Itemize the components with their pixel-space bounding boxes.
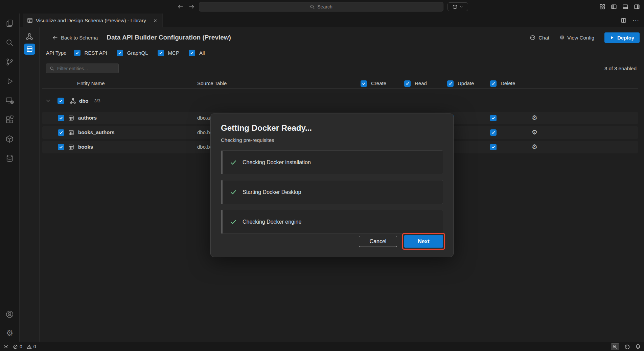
search-sidebar-icon[interactable] — [5, 38, 14, 47]
read-all-checkbox[interactable] — [404, 80, 411, 87]
all-checkbox[interactable] — [189, 50, 195, 56]
mcp-option[interactable]: MCP — [158, 50, 179, 56]
rest-api-checkbox[interactable] — [74, 50, 80, 56]
error-count: 0 — [20, 344, 22, 349]
delete-checkbox[interactable] — [490, 129, 497, 136]
column-source-table: Source Table — [197, 80, 227, 86]
search-placeholder: Search — [317, 4, 332, 9]
settings-gear-icon[interactable]: ⚙ — [6, 329, 14, 337]
filter-entities-input[interactable] — [46, 64, 119, 73]
toggle-panel-bottom-icon[interactable] — [622, 4, 628, 10]
title-bar: Search — [0, 0, 644, 14]
row-settings-gear-icon[interactable]: ⚙ — [532, 129, 537, 135]
schema-visualize-icon[interactable] — [26, 33, 33, 40]
create-all-checkbox[interactable] — [361, 80, 367, 87]
schema-tab-icon — [27, 18, 33, 23]
check-success-icon — [230, 189, 237, 196]
all-option[interactable]: All — [189, 50, 205, 56]
remote-indicator-icon[interactable] — [3, 344, 8, 349]
copilot-status-icon[interactable] — [624, 344, 630, 350]
row-settings-gear-icon[interactable]: ⚙ — [532, 115, 537, 121]
chevron-down-icon — [459, 5, 463, 9]
chevron-down-icon[interactable] — [45, 98, 51, 103]
deploy-button[interactable]: Deploy — [604, 32, 640, 43]
editor-actions: ··· — [621, 14, 639, 27]
dialog-title: Getting Docker Ready... — [221, 123, 443, 133]
graphql-checkbox[interactable] — [117, 50, 123, 56]
step-item: Checking Docker engine — [221, 210, 443, 234]
tab-schema-designer[interactable]: Visualize and Design Schema (Preview) - … — [23, 14, 163, 27]
table-designer-icon[interactable] — [24, 44, 35, 55]
row-select-checkbox[interactable] — [58, 144, 64, 150]
step-item: Checking Docker installation — [221, 150, 443, 174]
update-all-checkbox[interactable] — [447, 80, 454, 87]
back-arrow-icon[interactable] — [177, 4, 183, 10]
search-icon — [50, 66, 54, 71]
back-to-schema-link[interactable]: Back to Schema — [52, 35, 98, 41]
delete-all-checkbox[interactable] — [490, 80, 497, 87]
group-checkbox[interactable] — [58, 98, 64, 104]
check-success-icon — [230, 159, 237, 166]
step-label: Starting Docker Desktop — [243, 189, 301, 195]
delete-checkbox[interactable] — [490, 115, 497, 121]
all-label: All — [199, 50, 205, 56]
split-editor-icon[interactable] — [621, 18, 626, 23]
view-config-button[interactable]: ⚙ View Config — [559, 35, 594, 41]
problems-errors[interactable]: 0 — [13, 344, 22, 349]
run-debug-icon[interactable] — [5, 77, 14, 86]
error-circle-icon — [13, 344, 18, 349]
status-bar-right — [611, 343, 641, 350]
warning-count: 0 — [33, 344, 36, 349]
group-count: 3/3 — [94, 98, 100, 103]
row-select-checkbox[interactable] — [58, 129, 64, 136]
problems-warnings[interactable]: 0 — [27, 344, 36, 349]
row-settings-gear-icon[interactable]: ⚙ — [532, 144, 537, 150]
entity-name: authors — [78, 115, 97, 121]
toggle-panel-left-icon[interactable] — [611, 4, 617, 10]
copilot-menu-button[interactable] — [447, 2, 468, 11]
editor-tab-bar: Visualize and Design Schema (Preview) - … — [20, 14, 644, 27]
toggle-panel-right-icon[interactable] — [634, 4, 640, 10]
row-select-checkbox[interactable] — [58, 115, 64, 121]
more-actions-icon[interactable]: ··· — [632, 17, 639, 24]
dialog-subtitle: Checking pre-requisites — [221, 137, 443, 143]
source-control-icon[interactable] — [5, 57, 14, 67]
package-icon[interactable] — [5, 134, 14, 144]
next-button[interactable]: Next — [404, 235, 443, 248]
filter-entities-field[interactable] — [57, 66, 111, 71]
graphql-option[interactable]: GraphQL — [117, 50, 148, 56]
rest-api-option[interactable]: REST API — [74, 50, 107, 56]
database-icon[interactable] — [5, 154, 14, 163]
arrow-left-icon — [52, 35, 58, 41]
tab-close-icon[interactable] — [152, 18, 158, 24]
notifications-bell-icon[interactable] — [635, 344, 641, 349]
cancel-button[interactable]: Cancel — [359, 236, 397, 247]
api-type-label: API Type — [46, 50, 67, 56]
mcp-checkbox[interactable] — [158, 50, 164, 56]
column-entity-name: Entity Name — [77, 80, 105, 86]
chat-copilot-icon — [530, 34, 536, 41]
view-config-label: View Config — [567, 35, 594, 41]
status-bar-left: 0 0 — [3, 344, 36, 349]
tab-title: Visualize and Design Schema (Preview) - … — [36, 18, 146, 23]
zoom-status-item[interactable] — [611, 343, 619, 350]
customize-layout-icon[interactable] — [599, 4, 605, 10]
extensions-icon[interactable] — [5, 115, 14, 124]
schema-group-row[interactable]: dbo 3/3 — [40, 95, 638, 106]
remote-explorer-icon[interactable] — [5, 96, 14, 105]
group-name: dbo — [79, 98, 89, 104]
entity-name: books_authors — [78, 129, 115, 135]
delete-checkbox[interactable] — [490, 144, 497, 150]
command-search-box[interactable]: Search — [199, 2, 443, 11]
back-label: Back to Schema — [61, 35, 98, 41]
step-label: Checking Docker engine — [243, 219, 301, 225]
account-icon[interactable] — [5, 310, 14, 319]
step-item: Starting Docker Desktop — [221, 180, 443, 204]
dialog-buttons: Cancel Next — [359, 235, 443, 248]
chat-label: Chat — [538, 35, 549, 41]
table-icon — [68, 130, 74, 135]
explorer-icon[interactable] — [5, 19, 14, 28]
chat-button[interactable]: Chat — [530, 34, 549, 41]
page-title: Data API Builder Configuration (Preview) — [107, 34, 231, 41]
forward-arrow-icon[interactable] — [189, 4, 195, 10]
